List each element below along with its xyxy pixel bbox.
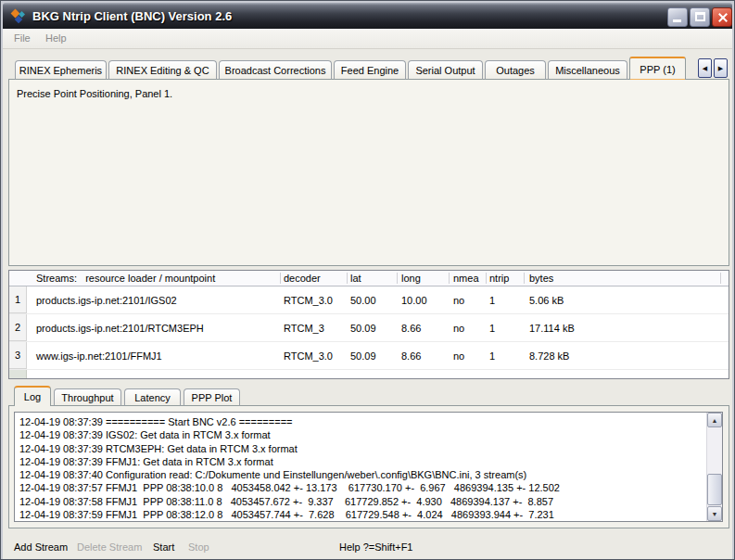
tab-ppp-plot[interactable]: PPP Plot xyxy=(184,388,240,406)
app-window: BKG Ntrip Client (BNC) Version 2.6 File … xyxy=(0,0,735,560)
cell-ntrip: 1 xyxy=(489,350,495,362)
tab-rinex-ephemeris[interactable]: RINEX Ephemeris xyxy=(15,60,107,80)
row-number[interactable]: 1 xyxy=(9,286,27,313)
minimize-icon xyxy=(673,19,681,22)
cell-bytes: 17.114 kB xyxy=(529,323,575,334)
cell-decoder: RTCM_3.0 xyxy=(284,350,333,362)
cell-decoder: RTCM_3 xyxy=(284,323,324,334)
log-line: 12-04-19 08:37:39 IGS02: Get data in RTC… xyxy=(19,428,702,441)
header-lat: lat xyxy=(350,273,361,284)
tab-broadcast-corrections[interactable]: Broadcast Corrections xyxy=(219,60,332,80)
cell-mountpoint: products.igs-ip.net:2101/IGS02 xyxy=(36,295,177,306)
cell-long: 8.66 xyxy=(401,323,421,334)
log-line: 12-04-19 08:37:40 Configuration read: C:… xyxy=(19,468,702,481)
window-title: BKG Ntrip Client (BNC) Version 2.6 xyxy=(32,9,232,23)
log-output[interactable]: 12-04-19 08:37:39 ========== Start BNC v… xyxy=(14,412,723,522)
tab-ppp-1[interactable]: PPP (1) xyxy=(629,57,686,80)
tab-outages[interactable]: Outages xyxy=(485,60,546,80)
cell-nmea: no xyxy=(453,295,464,306)
streams-table-header: Streams: resource loader / mountpoint de… xyxy=(9,271,729,286)
header-decoder: decoder xyxy=(284,273,321,284)
tab-rinex-editing-qc[interactable]: RINEX Editing & QC xyxy=(108,60,217,80)
maximize-icon xyxy=(695,12,705,21)
cell-mountpoint: www.igs-ip.net:2101/FFMJ1 xyxy=(36,350,162,362)
add-stream-button[interactable]: Add Stream xyxy=(14,541,68,553)
scroll-down-icon[interactable]: ▼ xyxy=(707,506,722,521)
cell-lat: 50.09 xyxy=(350,323,376,334)
cell-mountpoint: products.igs-ip.net:2101/RTCM3EPH xyxy=(36,323,204,334)
scroll-up-icon[interactable]: ▲ xyxy=(707,413,722,427)
delete-stream-button[interactable]: Delete Stream xyxy=(77,541,142,553)
row-number[interactable]: 3 xyxy=(9,342,27,369)
tab-serial-output[interactable]: Serial Output xyxy=(408,60,483,80)
row-number[interactable]: 2 xyxy=(9,314,27,341)
start-button[interactable]: Start xyxy=(153,541,174,553)
minimize-button[interactable] xyxy=(667,7,688,27)
cell-lat: 50.09 xyxy=(350,350,376,362)
cell-long: 10.00 xyxy=(401,295,427,306)
status-bar: Add Stream Delete Stream Start Stop Help… xyxy=(3,531,732,559)
tab-feed-engine[interactable]: Feed Engine xyxy=(334,60,406,80)
title-bar[interactable]: BKG Ntrip Client (BNC) Version 2.6 xyxy=(3,3,732,29)
cell-bytes: 8.728 kB xyxy=(529,350,569,362)
menu-help[interactable]: Help xyxy=(45,32,67,44)
cell-decoder: RTCM_3.0 xyxy=(284,295,333,306)
scrollbar-thumb[interactable] xyxy=(707,474,722,505)
menu-file[interactable]: File xyxy=(14,32,31,44)
cell-long: 8.66 xyxy=(401,350,421,362)
panel-caption: Precise Point Positioning, Panel 1. xyxy=(17,88,172,99)
log-scrollbar[interactable]: ▲ ▼ xyxy=(706,413,722,521)
header-nmea: nmea xyxy=(453,273,479,284)
header-long: long xyxy=(401,273,421,284)
log-line: 12-04-19 08:37:57 FFMJ1 PPP 08:38:10.0 8… xyxy=(19,481,702,494)
table-row[interactable]: 3 www.igs-ip.net:2101/FFMJ1 RTCM_3.0 50.… xyxy=(9,342,729,370)
stop-button[interactable]: Stop xyxy=(188,541,209,553)
cell-ntrip: 1 xyxy=(489,295,495,306)
empty-row-header xyxy=(9,370,27,378)
ppp-panel: Precise Point Positioning, Panel 1. xyxy=(8,79,729,266)
log-line: 12-04-19 08:37:39 ========== Start BNC v… xyxy=(19,415,702,428)
log-line: 12-04-19 08:37:39 FFMJ1: Get data in RTC… xyxy=(19,455,702,468)
tab-throughput[interactable]: Throughput xyxy=(54,388,121,406)
tab-log[interactable]: Log xyxy=(14,386,51,406)
tab-miscellaneous[interactable]: Miscellaneous xyxy=(548,60,627,80)
main-tab-bar: RINEX Ephemeris RINEX Editing & QC Broad… xyxy=(15,57,701,80)
tab-scroll-right-icon[interactable]: ▶ xyxy=(714,58,728,78)
cell-nmea: no xyxy=(453,350,464,362)
app-icon xyxy=(11,8,27,24)
close-icon xyxy=(718,13,728,22)
maximize-button[interactable] xyxy=(690,7,710,27)
tab-latency[interactable]: Latency xyxy=(124,388,181,406)
log-line: 12-04-19 08:37:59 FFMJ1 PPP 08:38:12.0 8… xyxy=(19,508,702,519)
close-button[interactable] xyxy=(712,7,732,27)
header-streams: Streams: resource loader / mountpoint xyxy=(36,273,215,284)
log-line: 12-04-19 08:37:39 RTCM3EPH: Get data in … xyxy=(19,442,702,455)
menu-bar: File Help xyxy=(3,29,732,49)
help-label: Help ?=Shift+F1 xyxy=(339,541,413,553)
log-line: 12-04-19 08:37:58 FFMJ1 PPP 08:38:11.0 8… xyxy=(19,495,702,508)
table-row[interactable]: 1 products.igs-ip.net:2101/IGS02 RTCM_3.… xyxy=(9,286,729,314)
cell-nmea: no xyxy=(453,323,464,334)
streams-table: Streams: resource loader / mountpoint de… xyxy=(8,270,729,379)
tab-scroll-left-icon[interactable]: ◀ xyxy=(698,58,712,78)
bottom-tab-bar: Log Throughput Latency PPP Plot xyxy=(14,386,240,406)
header-ntrip: ntrip xyxy=(489,273,509,284)
cell-ntrip: 1 xyxy=(489,323,495,334)
header-bytes: bytes xyxy=(529,273,553,284)
log-text: 12-04-19 08:37:39 ========== Start BNC v… xyxy=(19,415,702,519)
cell-lat: 50.00 xyxy=(350,295,376,306)
table-row[interactable]: 2 products.igs-ip.net:2101/RTCM3EPH RTCM… xyxy=(9,314,729,342)
cell-bytes: 5.06 kB xyxy=(529,295,564,306)
